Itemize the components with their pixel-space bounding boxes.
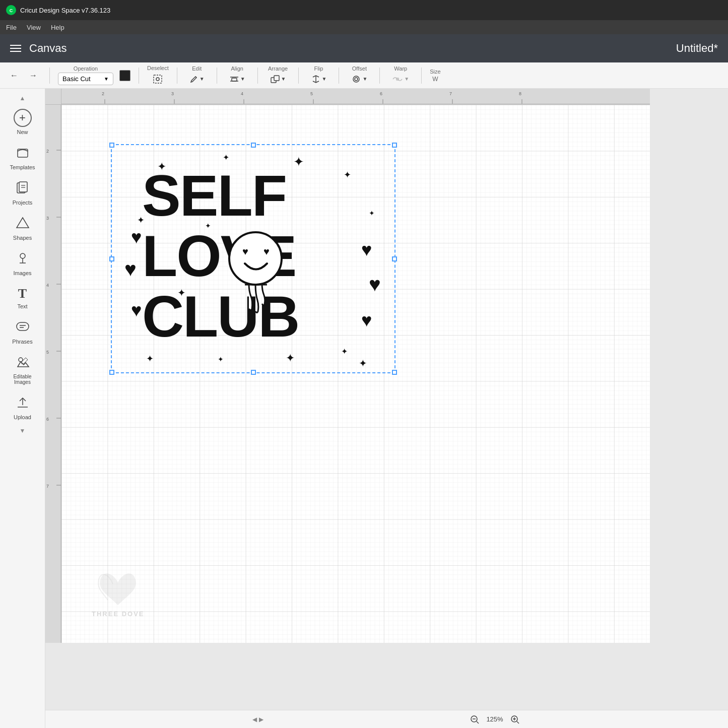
svg-text:✦: ✦ xyxy=(137,215,145,225)
scroll-right-arrow[interactable]: ▶ xyxy=(259,716,263,723)
offset-chevron: ▼ xyxy=(362,76,367,82)
new-icon: + xyxy=(14,109,32,127)
grid-canvas[interactable]: .groovy { font-family: 'Arial Black', 'I… xyxy=(61,105,650,643)
warp-section: Warp ▼ xyxy=(388,65,413,86)
text-icon: T xyxy=(18,286,27,301)
sidebar-scroll-up[interactable]: ▲ xyxy=(18,93,28,104)
align-button[interactable]: ▼ xyxy=(225,73,249,86)
svg-text:CLUB: CLUB xyxy=(142,284,299,349)
sidebar-item-label-images: Images xyxy=(13,270,31,276)
title-bar: C Cricut Design Space v7.36.123 xyxy=(0,0,728,20)
svg-text:✦: ✦ xyxy=(359,358,367,369)
zoom-in-button[interactable] xyxy=(509,713,521,725)
size-section: Size W xyxy=(430,69,440,83)
svg-text:✦: ✦ xyxy=(177,287,186,298)
svg-text:✦: ✦ xyxy=(218,355,224,363)
svg-text:C: C xyxy=(10,8,13,13)
offset-button[interactable]: ▼ xyxy=(347,73,371,86)
sidebar-item-shapes[interactable]: Shapes xyxy=(0,211,45,246)
flip-label: Flip xyxy=(314,65,323,72)
svg-text:2: 2 xyxy=(102,91,104,96)
svg-text:♥: ♥ xyxy=(131,300,142,320)
svg-text:6: 6 xyxy=(380,91,382,96)
canvas-wrapper: 2 3 4 5 6 7 8 xyxy=(45,89,650,643)
header: Canvas Untitled* xyxy=(0,34,728,62)
design-artwork[interactable]: .groovy { font-family: 'Arial Black', 'I… xyxy=(112,145,394,372)
deselect-label: Deselect xyxy=(147,65,169,71)
svg-text:♥: ♥ xyxy=(361,239,372,260)
zoom-level: 125% xyxy=(485,715,505,723)
menu-help[interactable]: Help xyxy=(51,24,64,31)
sidebar-item-label-new: New xyxy=(17,129,28,135)
divider-1 xyxy=(49,68,50,84)
operation-chevron: ▼ xyxy=(104,76,109,82)
svg-rect-2 xyxy=(154,75,162,83)
align-section: Align ▼ xyxy=(225,65,249,86)
svg-text:✦: ✦ xyxy=(341,347,348,356)
align-label: Align xyxy=(231,65,243,72)
svg-text:✦: ✦ xyxy=(344,170,351,180)
sidebar-item-editable-images[interactable]: EditableImages xyxy=(0,350,45,390)
warp-chevron: ▼ xyxy=(404,76,409,82)
svg-point-59 xyxy=(229,232,282,285)
ruler-vertical: 2 3 4 5 6 7 xyxy=(45,105,61,643)
projects-icon xyxy=(16,180,30,197)
operation-label: Operation xyxy=(74,65,98,72)
zoom-out-button[interactable] xyxy=(469,713,481,725)
sidebar-item-label-projects: Projects xyxy=(13,200,33,206)
offset-label: Offset xyxy=(352,65,367,72)
sidebar-scroll-down[interactable]: ▼ xyxy=(18,425,28,436)
canvas-scroll[interactable]: 2 3 4 5 6 7 8 xyxy=(45,89,728,710)
menu-view[interactable]: View xyxy=(27,24,41,31)
sidebar-item-text[interactable]: T Text xyxy=(0,281,45,314)
svg-text:7: 7 xyxy=(46,484,49,489)
divider-3 xyxy=(177,68,177,84)
templates-icon xyxy=(16,145,30,162)
flip-button[interactable]: ▼ xyxy=(307,73,331,86)
sidebar: ▲ + New Templates xyxy=(0,89,45,728)
color-swatch[interactable] xyxy=(119,70,130,81)
undo-button[interactable]: ← xyxy=(6,68,22,84)
warp-button[interactable]: ▼ xyxy=(388,73,413,86)
edit-section: Edit ▼ xyxy=(185,65,209,86)
svg-rect-8 xyxy=(274,76,279,81)
divider-8 xyxy=(379,68,380,84)
svg-text:✦: ✦ xyxy=(146,354,154,364)
sidebar-item-images[interactable]: Images xyxy=(0,246,45,281)
redo-button[interactable]: → xyxy=(25,68,41,84)
scroll-controls: ◀ ▶ xyxy=(252,716,263,723)
zoom-controls: 125% xyxy=(469,713,521,725)
svg-text:6: 6 xyxy=(46,417,49,422)
align-chevron: ▼ xyxy=(240,76,245,82)
svg-text:♥: ♥ xyxy=(369,273,381,295)
svg-rect-14 xyxy=(19,182,27,192)
svg-text:♥: ♥ xyxy=(124,258,137,280)
menu-file[interactable]: File xyxy=(6,24,17,31)
sidebar-item-templates[interactable]: Templates xyxy=(0,140,45,175)
hamburger-menu[interactable] xyxy=(10,45,21,52)
history-group: ← → xyxy=(6,68,41,84)
arrange-section: Arrange ▼ xyxy=(266,65,290,86)
divider-4 xyxy=(217,68,217,84)
operation-select[interactable]: Basic Cut ▼ xyxy=(58,73,113,85)
operation-section: Operation Basic Cut ▼ xyxy=(58,65,113,85)
arrange-button[interactable]: ▼ xyxy=(266,73,290,86)
edit-chevron: ▼ xyxy=(200,76,205,82)
sidebar-item-label-text: Text xyxy=(17,303,27,309)
sidebar-item-projects[interactable]: Projects xyxy=(0,175,45,211)
scroll-left-arrow[interactable]: ◀ xyxy=(252,716,257,723)
sidebar-item-phrases[interactable]: Phrases xyxy=(0,314,45,350)
offset-section: Offset ▼ xyxy=(347,65,371,86)
ruler-horizontal: 2 3 4 5 6 7 8 xyxy=(61,89,650,105)
svg-text:✦: ✦ xyxy=(369,209,375,217)
sidebar-item-new[interactable]: + New xyxy=(0,104,45,140)
canvas-label: Canvas xyxy=(29,42,67,55)
edit-button[interactable]: ▼ xyxy=(185,73,209,86)
sidebar-item-upload[interactable]: Upload xyxy=(0,390,45,425)
deselect-button[interactable] xyxy=(149,72,167,86)
operation-value: Basic Cut xyxy=(62,75,91,83)
svg-text:5: 5 xyxy=(46,350,49,355)
svg-text:4: 4 xyxy=(46,283,49,288)
document-title: Untitled* xyxy=(676,42,718,55)
svg-text:5: 5 xyxy=(310,91,313,96)
